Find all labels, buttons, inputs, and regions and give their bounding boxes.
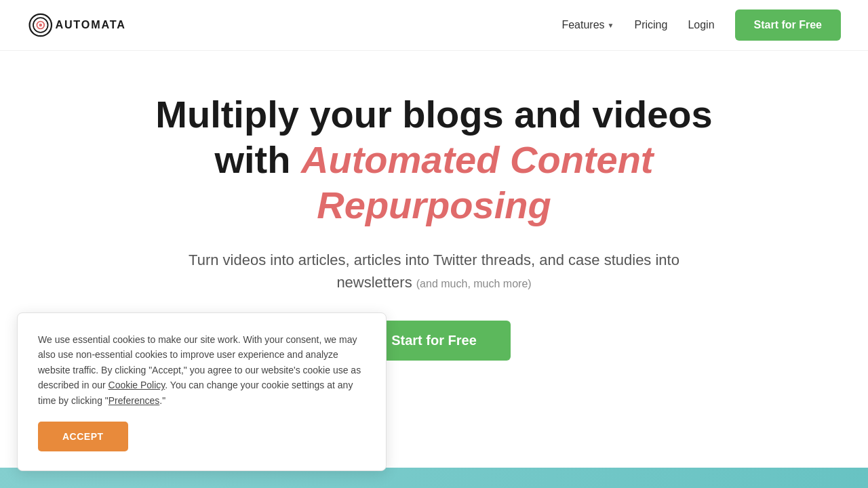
cookie-policy-link[interactable]: Cookie Policy bbox=[108, 380, 165, 390]
preferences-link[interactable]: Preferences bbox=[108, 395, 159, 406]
nav-links: Features ▼ Pricing Login Start for Free bbox=[561, 9, 841, 41]
hero-subtitle: Turn videos into articles, articles into… bbox=[176, 249, 692, 293]
hero-title-accent: Automated Content Repurposing bbox=[301, 138, 654, 226]
nav-features[interactable]: Features ▼ bbox=[561, 19, 614, 31]
navbar: AUTOMATA Features ▼ Pricing Login Start … bbox=[0, 0, 868, 51]
nav-start-free-button[interactable]: Start for Free bbox=[735, 9, 841, 41]
logo[interactable]: AUTOMATA bbox=[27, 10, 149, 40]
nav-login[interactable]: Login bbox=[688, 19, 714, 31]
svg-point-3 bbox=[39, 24, 43, 27]
cookie-banner: We use essential cookies to make our sit… bbox=[17, 312, 387, 471]
chevron-down-icon: ▼ bbox=[608, 22, 614, 29]
cookie-text: We use essential cookies to make our sit… bbox=[38, 332, 366, 408]
svg-text:AUTOMATA: AUTOMATA bbox=[55, 18, 125, 30]
hero-title: Multiply your blogs and videos with Auto… bbox=[142, 92, 726, 228]
cookie-accept-button[interactable]: ACCEPT bbox=[38, 422, 128, 451]
nav-pricing[interactable]: Pricing bbox=[634, 19, 667, 31]
